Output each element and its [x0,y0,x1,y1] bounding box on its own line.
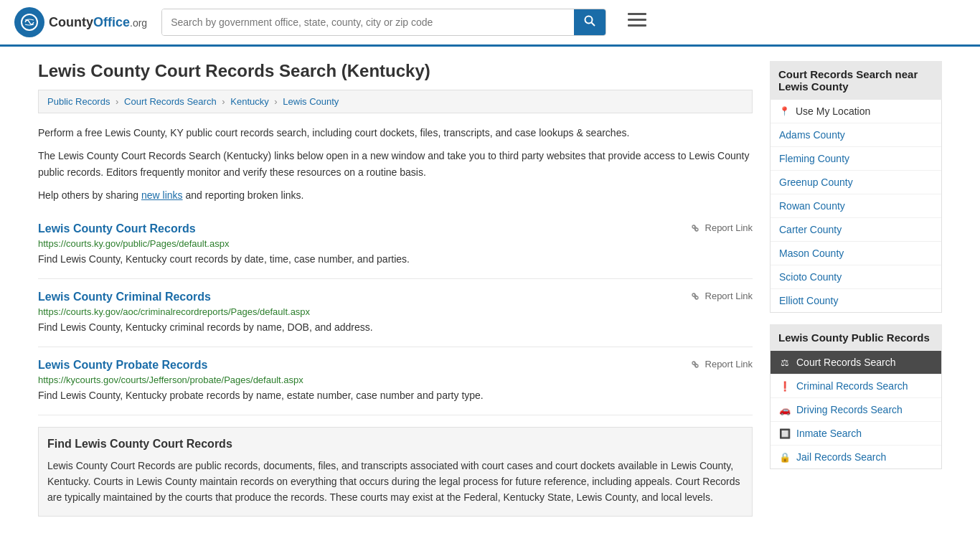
record-header-2: Lewis County Probate Records Report Link [38,359,753,372]
public-driving-records-label: Driving Records Search [796,404,903,415]
court-records-icon: ⚖ [779,357,791,368]
svg-rect-5 [628,24,646,27]
use-location-item[interactable]: 📍 Use My Location [771,100,941,123]
breadcrumb-court-records-search[interactable]: Court Records Search [124,96,217,107]
county-carter[interactable]: Carter County [771,218,941,242]
inmate-search-icon: 🔲 [779,428,791,439]
logo-link[interactable]: CountyOffice.org [14,7,147,37]
page-title: Lewis County Court Records Search (Kentu… [38,61,753,81]
driving-records-icon: 🚗 [779,405,791,415]
record-items-container: Lewis County Court Records Report Link h… [38,211,753,415]
record-desc-2: Find Lewis County, Kentucky probate reco… [38,388,753,403]
record-title-2[interactable]: Lewis County Probate Records [38,359,208,372]
public-jail-records-link[interactable]: 🔒 Jail Records Search [771,446,941,468]
svg-point-1 [585,17,593,24]
description-1: Perform a free Lewis County, KY public c… [38,125,753,141]
county-fleming-link[interactable]: Fleming County [771,147,941,170]
criminal-records-icon: ❗ [779,381,791,392]
public-driving-records-link[interactable]: 🚗 Driving Records Search [771,398,941,421]
nearby-list: 📍 Use My Location Adams County Fleming C… [770,100,942,313]
record-item-0: Lewis County Court Records Report Link h… [38,211,753,279]
search-button[interactable] [574,9,606,35]
record-title-0[interactable]: Lewis County Court Records [38,222,196,235]
nearby-section: Court Records Search near Lewis County 📍… [770,61,942,313]
breadcrumb-kentucky[interactable]: Kentucky [230,96,268,107]
public-criminal-records-link[interactable]: ❗ Criminal Records Search [771,375,941,397]
report-link-1[interactable]: Report Link [689,291,753,302]
county-mason-link[interactable]: Mason County [771,242,941,265]
county-carter-link[interactable]: Carter County [771,218,941,241]
new-links[interactable]: new links [141,189,183,201]
pin-icon: 📍 [779,106,790,116]
county-scioto[interactable]: Scioto County [771,265,941,289]
county-rowan[interactable]: Rowan County [771,194,941,218]
county-greenup-link[interactable]: Greenup County [771,171,941,194]
county-scioto-link[interactable]: Scioto County [771,265,941,288]
county-elliott[interactable]: Elliott County [771,289,941,312]
record-desc-0: Find Lewis County, Kentucky court record… [38,252,753,267]
description-2: The Lewis County Court Records Search (K… [38,148,753,180]
record-header-1: Lewis County Criminal Records Report Lin… [38,291,753,303]
main-content: Lewis County Court Records Search (Kentu… [38,61,753,517]
county-mason[interactable]: Mason County [771,242,941,265]
sidebar: Court Records Search near Lewis County 📍… [770,61,942,517]
public-jail-records[interactable]: 🔒 Jail Records Search [771,446,941,468]
record-url-2: https://kycourts.gov/courts/Jefferson/pr… [38,375,753,385]
content-wrapper: Lewis County Court Records Search (Kentu… [24,47,956,531]
breadcrumb-public-records[interactable]: Public Records [47,96,110,107]
use-location-label: Use My Location [796,105,870,117]
description-3: Help others by sharing new links and rep… [38,187,753,203]
hamburger-menu[interactable] [628,13,646,32]
svg-line-2 [592,23,595,27]
logo-text: CountyOffice.org [49,15,147,30]
public-jail-records-label: Jail Records Search [796,451,886,463]
county-adams-link[interactable]: Adams County [771,123,941,146]
site-header: CountyOffice.org [0,0,980,47]
public-records-header: Lewis County Public Records [770,324,942,351]
public-court-records-label: Court Records Search [796,357,896,368]
county-elliott-link[interactable]: Elliott County [771,289,941,312]
county-fleming[interactable]: Fleming County [771,147,941,171]
public-court-records[interactable]: ⚖ Court Records Search [771,351,941,375]
public-records-list: ⚖ Court Records Search ❗ Criminal Record… [770,351,942,469]
public-driving-records[interactable]: 🚗 Driving Records Search [771,398,941,422]
svg-rect-4 [628,19,646,21]
jail-records-icon: 🔒 [779,452,791,463]
public-inmate-search[interactable]: 🔲 Inmate Search [771,422,941,446]
find-section: Find Lewis County Court Records Lewis Co… [38,427,753,517]
record-title-1[interactable]: Lewis County Criminal Records [38,291,211,303]
breadcrumb: Public Records › Court Records Search › … [38,90,753,113]
svg-rect-3 [628,13,646,15]
public-inmate-search-label: Inmate Search [796,428,862,439]
record-url-0: https://courts.ky.gov/public/Pages/defau… [38,238,753,249]
logo-icon [14,7,44,37]
county-greenup[interactable]: Greenup County [771,171,941,194]
record-desc-1: Find Lewis County, Kentucky criminal rec… [38,320,753,335]
public-records-section: Lewis County Public Records ⚖ Court Reco… [770,324,942,469]
public-criminal-records-label: Criminal Records Search [796,380,908,392]
record-item-2: Lewis County Probate Records Report Link… [38,347,753,415]
report-link-0[interactable]: Report Link [689,222,753,234]
use-location-link[interactable]: 📍 Use My Location [771,100,941,123]
record-item-1: Lewis County Criminal Records Report Lin… [38,279,753,347]
search-bar [161,9,606,36]
county-rowan-link[interactable]: Rowan County [771,194,941,217]
report-link-2[interactable]: Report Link [689,359,753,370]
nearby-header: Court Records Search near Lewis County [770,61,942,100]
search-input[interactable] [162,9,574,35]
public-inmate-search-link[interactable]: 🔲 Inmate Search [771,422,941,445]
public-criminal-records[interactable]: ❗ Criminal Records Search [771,375,941,398]
record-url-1: https://courts.ky.gov/aoc/criminalrecord… [38,306,753,317]
record-header-0: Lewis County Court Records Report Link [38,222,753,235]
find-section-title: Find Lewis County Court Records [47,438,743,451]
county-adams[interactable]: Adams County [771,123,941,147]
find-section-body: Lewis County Court Records are public re… [47,458,743,506]
public-court-records-link[interactable]: ⚖ Court Records Search [771,351,941,374]
breadcrumb-lewis-county[interactable]: Lewis County [283,96,339,107]
